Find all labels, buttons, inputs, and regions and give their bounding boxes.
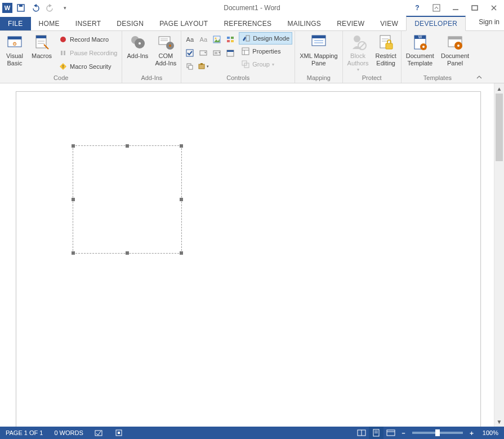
resize-handle-s[interactable] — [126, 251, 129, 255]
close-icon[interactable] — [486, 2, 502, 14]
svg-point-25 — [169, 45, 171, 47]
maximize-icon[interactable] — [467, 2, 483, 14]
tab-file[interactable]: FILE — [0, 17, 31, 30]
date-picker-control-icon[interactable] — [224, 47, 237, 59]
zoom-in-button[interactable]: ＋ — [466, 429, 477, 437]
tab-insert[interactable]: INSERT — [68, 17, 109, 30]
resize-handle-nw[interactable] — [72, 144, 75, 148]
svg-point-14 — [60, 37, 66, 42]
svg-line-55 — [359, 43, 365, 48]
visual-basic-button[interactable]: ⚙ Visual Basic — [2, 32, 27, 68]
svg-rect-59 — [386, 43, 393, 49]
zoom-level[interactable]: 100% — [477, 429, 504, 436]
zoom-slider-knob[interactable] — [435, 429, 440, 436]
tab-developer[interactable]: DEVELOPER — [406, 16, 466, 31]
tab-design[interactable]: DESIGN — [109, 17, 151, 30]
document-area: ▲ ▼ — [0, 83, 504, 427]
controls-gallery: Aa Aa ▾ — [184, 32, 237, 73]
scroll-thumb[interactable] — [496, 94, 503, 161]
zoom-slider[interactable] — [412, 432, 463, 434]
group-controls: Aa Aa ▾ Design Mode Properties — [181, 31, 295, 83]
window-title: Document1 - Word — [224, 4, 280, 12]
group-label: Group — [252, 61, 270, 68]
sign-in-link[interactable]: Sign in — [479, 18, 499, 26]
tab-mailings[interactable]: MAILINGS — [279, 17, 329, 30]
tab-references[interactable]: REFERENCES — [216, 17, 279, 30]
building-block-control-icon[interactable] — [224, 33, 237, 46]
qat-customize-icon[interactable]: ▾ — [59, 2, 71, 14]
page[interactable] — [16, 91, 481, 439]
minimize-icon[interactable] — [448, 2, 463, 14]
read-mode-view-icon[interactable] — [354, 427, 369, 439]
page-number-status[interactable]: PAGE 1 OF 1 — [0, 429, 48, 436]
picture-control-icon[interactable] — [211, 33, 223, 46]
repeating-section-control-icon[interactable] — [184, 60, 196, 73]
legacy-tools-icon[interactable]: ▾ — [197, 60, 209, 73]
vertical-scrollbar[interactable]: ▲ ▼ — [494, 83, 504, 427]
svg-rect-32 — [186, 50, 193, 56]
web-layout-view-icon[interactable] — [383, 427, 398, 439]
macros-button[interactable]: Macros — [29, 32, 54, 61]
macros-icon — [33, 33, 51, 51]
tab-view[interactable]: VIEW — [372, 17, 406, 30]
macro-security-icon: ! — [59, 62, 68, 71]
svg-point-68 — [457, 45, 460, 47]
document-template-button[interactable]: W Document Template — [404, 32, 436, 68]
xml-mapping-label: XML Mapping Pane — [300, 52, 337, 67]
zoom-out-button[interactable]: － — [398, 429, 409, 437]
document-template-icon: W — [411, 33, 429, 51]
print-layout-view-icon[interactable] — [369, 427, 383, 439]
word-count-status[interactable]: 0 WORDS — [48, 429, 88, 436]
save-icon[interactable] — [15, 2, 27, 14]
svg-rect-15 — [61, 51, 63, 55]
group-controls-label: Controls — [184, 73, 292, 83]
svg-rect-44 — [242, 48, 249, 55]
group-code: ⚙ Visual Basic Macros Record Macro Pause… — [0, 31, 122, 83]
combobox-control-icon[interactable] — [197, 47, 209, 59]
checkbox-control-icon[interactable] — [184, 47, 196, 59]
resize-handle-w[interactable] — [72, 198, 75, 201]
window-controls: ? — [409, 0, 502, 16]
tab-home[interactable]: HOME — [31, 17, 68, 30]
group-mapping: XML Mapping Pane Mapping — [295, 31, 342, 83]
selected-object-placeholder[interactable] — [73, 145, 182, 254]
macros-label: Macros — [32, 52, 52, 60]
com-addins-button[interactable]: COM Add-Ins — [153, 32, 179, 68]
record-macro-button[interactable]: Record Macro — [56, 33, 119, 46]
resize-handle-n[interactable] — [126, 144, 129, 148]
group-protect-label: Protect — [345, 73, 399, 83]
tab-page-layout[interactable]: PAGE LAYOUT — [151, 17, 216, 30]
resize-handle-e[interactable] — [180, 198, 183, 201]
addins-button[interactable]: Add-Ins — [124, 32, 150, 61]
plain-text-control-icon[interactable]: Aa — [197, 33, 209, 46]
svg-rect-30 — [227, 40, 230, 42]
resize-handle-ne[interactable] — [180, 144, 183, 148]
help-icon[interactable]: ? — [409, 2, 425, 14]
redo-icon[interactable] — [44, 2, 56, 14]
block-authors-label: Block Authors — [347, 52, 369, 67]
design-mode-button[interactable]: Design Mode — [239, 32, 292, 45]
xml-mapping-icon — [310, 33, 328, 51]
properties-button[interactable]: Properties — [239, 45, 292, 57]
svg-point-27 — [215, 38, 217, 39]
resize-handle-se[interactable] — [180, 251, 183, 255]
tab-review[interactable]: REVIEW — [329, 17, 372, 30]
resize-handle-sw[interactable] — [72, 251, 75, 255]
document-panel-button[interactable]: Document Panel — [439, 32, 471, 68]
restrict-editing-button[interactable]: Restrict Editing — [373, 32, 399, 68]
spellcheck-status-icon[interactable] — [89, 429, 109, 437]
svg-rect-1 — [19, 5, 23, 7]
svg-point-20 — [139, 42, 141, 45]
scroll-up-icon[interactable]: ▲ — [494, 83, 504, 94]
undo-icon[interactable] — [29, 2, 42, 14]
macro-security-button[interactable]: ! Macro Security — [56, 60, 119, 73]
ribbon-display-options-icon[interactable] — [429, 2, 444, 14]
macro-status-icon[interactable] — [109, 429, 128, 437]
collapse-ribbon-icon[interactable] — [474, 31, 485, 83]
svg-rect-71 — [118, 432, 120, 434]
xml-mapping-pane-button[interactable]: XML Mapping Pane — [297, 32, 340, 68]
dropdown-control-icon[interactable] — [211, 47, 223, 59]
scroll-down-icon[interactable]: ▼ — [494, 416, 504, 427]
macro-security-label: Macro Security — [70, 63, 111, 70]
rich-text-control-icon[interactable]: Aa — [184, 33, 196, 46]
